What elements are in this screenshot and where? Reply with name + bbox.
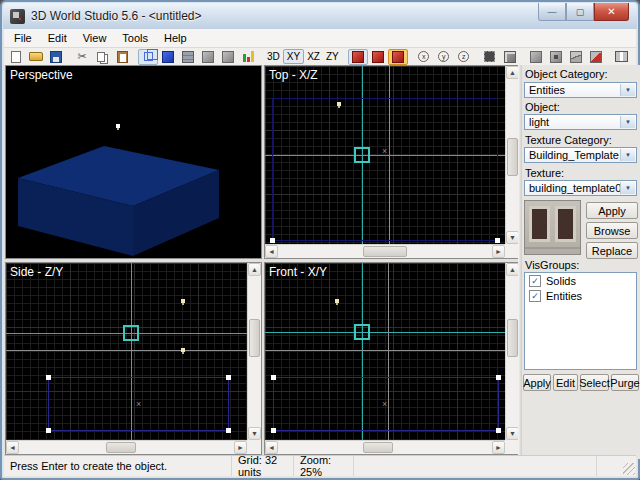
- slice-button[interactable]: [566, 49, 586, 65]
- wireframe-view-button[interactable]: [138, 49, 158, 65]
- close-button[interactable]: ✕: [594, 3, 629, 21]
- visgroup-item-entities[interactable]: ✓ Entities: [525, 288, 636, 303]
- scroll-left-arrow[interactable]: ◄: [265, 245, 278, 258]
- scroll-right-arrow[interactable]: ►: [492, 245, 505, 258]
- visgroup-apply-button[interactable]: Apply: [523, 374, 551, 391]
- light-entity[interactable]: [337, 102, 341, 106]
- visgroup-purge-button[interactable]: Purge: [611, 374, 639, 391]
- scroll-right-arrow[interactable]: ►: [492, 441, 505, 454]
- texture-browse-button[interactable]: Browse: [586, 222, 638, 239]
- minimize-button[interactable]: —: [538, 3, 566, 21]
- selection-handle[interactable]: [271, 375, 276, 380]
- chevron-down-icon[interactable]: ▼: [620, 182, 635, 194]
- scroll-right-arrow[interactable]: ►: [234, 441, 247, 454]
- visgroup-item-solids[interactable]: ✓ Solids: [525, 273, 636, 288]
- texture-replace-button[interactable]: Replace: [586, 242, 638, 259]
- texture-preview[interactable]: [524, 200, 581, 255]
- creation-box[interactable]: [123, 325, 139, 341]
- visgroups-list[interactable]: ✓ Solids ✓ Entities: [524, 272, 637, 370]
- scroll-left-arrow[interactable]: ◄: [6, 441, 19, 454]
- maximize-button[interactable]: ▢: [566, 3, 594, 21]
- scroll-up-arrow[interactable]: ▲: [248, 263, 261, 276]
- chevron-down-icon[interactable]: ▼: [620, 84, 635, 96]
- mirror-button[interactable]: [612, 49, 632, 65]
- scroll-thumb[interactable]: [249, 319, 260, 357]
- creation-box[interactable]: [354, 324, 370, 340]
- save-button[interactable]: [46, 49, 66, 65]
- chevron-down-icon[interactable]: ▼: [620, 149, 635, 161]
- front-canvas[interactable]: ×: [265, 263, 505, 440]
- selection-handle[interactable]: [46, 428, 51, 433]
- solid-mode-button[interactable]: [348, 49, 368, 65]
- carve-button[interactable]: [546, 49, 566, 65]
- visgroup-select-button[interactable]: Select: [580, 374, 609, 391]
- subtract-button[interactable]: [586, 49, 606, 65]
- copy-button[interactable]: [92, 49, 112, 65]
- selection-handle[interactable]: [270, 238, 275, 243]
- view-zy-button[interactable]: ZY: [323, 49, 342, 64]
- chevron-down-icon[interactable]: ▼: [620, 116, 635, 128]
- selection-handle[interactable]: [271, 428, 276, 433]
- visgroup-edit-button[interactable]: Edit: [553, 374, 578, 391]
- vertex-mode-button[interactable]: [388, 49, 408, 65]
- menu-edit[interactable]: Edit: [40, 30, 75, 46]
- shaded-view-button[interactable]: [198, 49, 218, 65]
- perspective-canvas[interactable]: [6, 66, 261, 258]
- menu-view[interactable]: View: [75, 30, 115, 46]
- top-hscrollbar[interactable]: ◄ ►: [265, 244, 505, 258]
- scroll-down-arrow[interactable]: ▼: [248, 427, 261, 440]
- blue-box-3d[interactable]: [6, 66, 261, 258]
- creation-box[interactable]: [354, 147, 370, 163]
- front-hscrollbar[interactable]: ◄ ►: [265, 440, 505, 454]
- shrink-button[interactable]: [500, 49, 520, 65]
- texture-dropdown[interactable]: building_template01b ▼: [524, 180, 637, 196]
- top-canvas[interactable]: ×: [265, 66, 505, 244]
- texture-category-dropdown[interactable]: Building_Template ▼: [524, 147, 637, 163]
- resize-grip[interactable]: [623, 463, 635, 475]
- top-vscrollbar[interactable]: ▲ ▼: [505, 66, 519, 244]
- view-xy-button[interactable]: XY: [283, 49, 304, 64]
- perspective-viewport[interactable]: Perspective: [5, 65, 262, 259]
- top-viewport[interactable]: × Top - X/Z ▲ ▼ ◄ ►: [264, 65, 520, 259]
- selection-handle[interactable]: [496, 428, 501, 433]
- object-category-dropdown[interactable]: Entities ▼: [524, 82, 637, 98]
- scroll-left-arrow[interactable]: ◄: [265, 441, 278, 454]
- solid-view-button[interactable]: [158, 49, 178, 65]
- side-hscrollbar[interactable]: ◄ ►: [6, 440, 247, 454]
- menu-file[interactable]: File: [6, 30, 40, 46]
- selection-handle[interactable]: [496, 375, 501, 380]
- light-entity[interactable]: [116, 124, 120, 128]
- side-viewport[interactable]: × Side - Z/Y ▲ ▼ ◄ ►: [5, 262, 262, 455]
- open-file-button[interactable]: [26, 49, 46, 65]
- light-entity[interactable]: [335, 299, 339, 303]
- title-bar[interactable]: 3D World Studio 5.6 - <untitled> — ▢ ✕: [3, 3, 637, 29]
- textured-view-button[interactable]: [178, 49, 198, 65]
- view-3d-button[interactable]: 3D: [264, 49, 283, 64]
- cut-button[interactable]: ✂: [72, 49, 92, 65]
- object-dropdown[interactable]: light ▼: [524, 114, 637, 130]
- menu-tools[interactable]: Tools: [114, 30, 156, 46]
- light-entity[interactable]: [181, 299, 185, 303]
- selection-handle[interactable]: [226, 428, 231, 433]
- selection-handle[interactable]: [226, 375, 231, 380]
- selection-bounds[interactable]: [272, 98, 498, 241]
- rotate-z-button[interactable]: z: [454, 49, 474, 65]
- rotate-x-button[interactable]: x: [414, 49, 434, 65]
- rotate-y-button[interactable]: y: [434, 49, 454, 65]
- checkbox-checked-icon[interactable]: ✓: [529, 290, 541, 302]
- side-canvas[interactable]: ×: [6, 263, 247, 440]
- hollow-button[interactable]: [526, 49, 546, 65]
- paste-button[interactable]: [112, 49, 132, 65]
- new-file-button[interactable]: [6, 49, 26, 65]
- selection-handle[interactable]: [495, 238, 500, 243]
- view-xz-button[interactable]: XZ: [304, 49, 323, 64]
- light-entity[interactable]: [181, 348, 185, 352]
- side-vscrollbar[interactable]: ▲ ▼: [247, 263, 261, 440]
- scroll-thumb[interactable]: [507, 319, 518, 357]
- stats-button[interactable]: [238, 49, 258, 65]
- scroll-thumb[interactable]: [507, 138, 518, 176]
- checkbox-checked-icon[interactable]: ✓: [529, 275, 541, 287]
- face-mode-button[interactable]: [368, 49, 388, 65]
- menu-help[interactable]: Help: [156, 30, 195, 46]
- scroll-thumb[interactable]: [363, 246, 407, 257]
